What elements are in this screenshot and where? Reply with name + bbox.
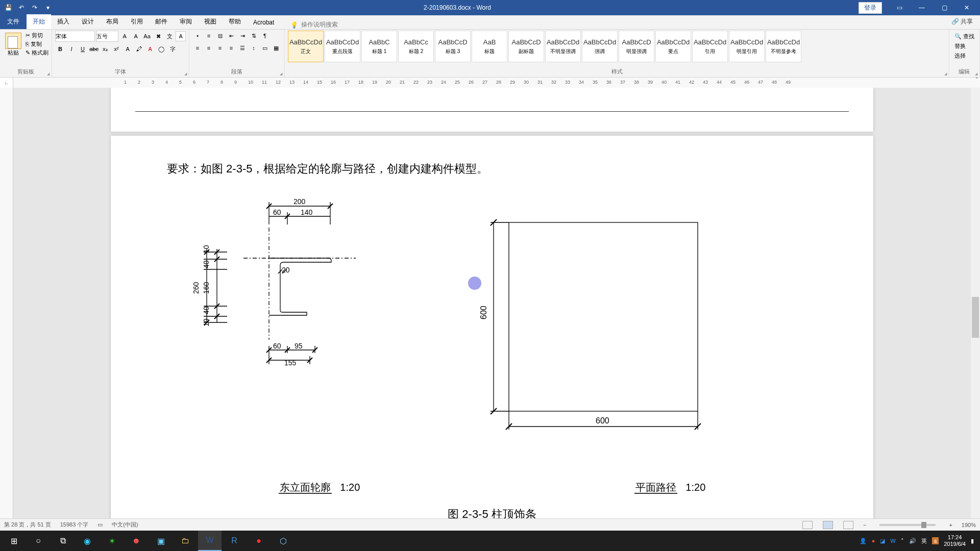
- start-button[interactable]: ⊞: [2, 531, 26, 551]
- cut-button[interactable]: ✂ 剪切: [26, 32, 48, 39]
- numbering-button[interactable]: ≡: [204, 31, 214, 41]
- scrollbar-thumb[interactable]: [972, 297, 979, 338]
- tray-icon-3[interactable]: W: [890, 538, 895, 544]
- zoom-level[interactable]: 190%: [962, 522, 976, 528]
- taskbar-app-6[interactable]: R: [223, 531, 246, 551]
- style-标题3[interactable]: AaBbCcD标题 3: [435, 31, 471, 62]
- tab-review[interactable]: 审阅: [174, 14, 198, 29]
- distributed-button[interactable]: ☰: [237, 43, 248, 53]
- spellcheck-icon[interactable]: ▭: [97, 521, 103, 528]
- document-area[interactable]: 要求：如图 2-3-5，根据给定的轮廓与路径，创建内建构件模型。: [13, 88, 971, 539]
- tab-file[interactable]: 文件: [0, 14, 27, 29]
- taskbar-app-1[interactable]: ◉: [76, 531, 99, 551]
- shrink-font-button[interactable]: A: [131, 31, 141, 41]
- tray-ime-icon[interactable]: s: [932, 537, 939, 544]
- strike-button[interactable]: abc: [89, 44, 99, 54]
- justify-button[interactable]: ≡: [226, 43, 236, 53]
- zoom-in-button[interactable]: +: [949, 522, 952, 528]
- minimize-button[interactable]: —: [912, 1, 932, 15]
- select-button[interactable]: 选择: [954, 52, 974, 60]
- circle-char-button[interactable]: ◯: [156, 44, 166, 54]
- change-case-button[interactable]: Aa: [142, 31, 152, 41]
- multilevel-button[interactable]: ⊟: [215, 31, 225, 41]
- tab-help[interactable]: 帮助: [223, 14, 247, 29]
- shading-button[interactable]: ▭: [260, 43, 270, 53]
- format-painter-button[interactable]: ✎ 格式刷: [26, 49, 48, 57]
- print-layout-button[interactable]: [823, 521, 833, 529]
- enclose-char-button[interactable]: 字: [167, 44, 178, 54]
- style-标题[interactable]: AaB标题: [472, 31, 507, 62]
- align-left-button[interactable]: ≡: [192, 43, 203, 53]
- text-effects-button[interactable]: A: [122, 44, 133, 54]
- taskbar-app-8[interactable]: ⬡: [272, 531, 295, 551]
- share-button[interactable]: 🔗 共享: [944, 14, 980, 29]
- style-强调[interactable]: AaBbCcDd强调: [582, 31, 618, 62]
- font-size-select[interactable]: [96, 31, 118, 42]
- tab-home[interactable]: 开始: [27, 14, 51, 29]
- zoom-out-button[interactable]: −: [863, 522, 866, 528]
- align-center-button[interactable]: ≡: [204, 43, 214, 53]
- ruler-corner[interactable]: ∟: [0, 78, 13, 88]
- read-mode-button[interactable]: [802, 521, 813, 529]
- phonetic-button[interactable]: 文: [164, 31, 175, 41]
- grow-font-button[interactable]: A: [119, 31, 130, 41]
- find-button[interactable]: 🔍 查找: [954, 33, 974, 40]
- undo-icon[interactable]: ↶: [17, 4, 26, 12]
- style-标题1[interactable]: AaBbC标题 1: [361, 31, 397, 62]
- tab-layout[interactable]: 布局: [100, 14, 125, 29]
- taskbar-app-3[interactable]: ☻: [125, 531, 148, 551]
- style-重点段落[interactable]: AaBbCcDd重点段落: [325, 31, 360, 62]
- underline-button[interactable]: U: [78, 44, 88, 54]
- taskview-icon[interactable]: ⧉: [51, 531, 75, 551]
- tray-people-icon[interactable]: 👤: [860, 538, 867, 544]
- taskbar-word[interactable]: W: [198, 531, 222, 551]
- collapse-ribbon-icon[interactable]: ˄: [975, 77, 978, 82]
- tray-chevron-icon[interactable]: ˄: [901, 538, 904, 544]
- style-明显引用[interactable]: AaBbCcDd明显引用: [729, 31, 765, 62]
- paste-button[interactable]: 粘贴: [3, 31, 23, 59]
- taskbar-app-2[interactable]: ✶: [100, 531, 124, 551]
- login-button[interactable]: 登录: [859, 2, 882, 14]
- tray-ime-lang[interactable]: 英: [921, 537, 927, 545]
- clear-format-button[interactable]: ✖: [153, 31, 163, 41]
- highlight-button[interactable]: 🖍: [134, 44, 144, 54]
- cortana-icon[interactable]: ○: [27, 531, 50, 551]
- font-color-button[interactable]: A: [145, 44, 155, 54]
- tray-icon-2[interactable]: ◪: [880, 538, 885, 544]
- redo-icon[interactable]: ↷: [31, 4, 39, 12]
- style-标题2[interactable]: AaBbCc标题 2: [398, 31, 434, 62]
- language-indicator[interactable]: 中文(中国): [112, 521, 138, 529]
- char-border-button[interactable]: A: [176, 31, 186, 41]
- word-count[interactable]: 15983 个字: [60, 521, 89, 529]
- taskbar-record[interactable]: ●: [247, 531, 271, 551]
- save-icon[interactable]: 💾: [4, 4, 12, 12]
- tab-mail[interactable]: 邮件: [149, 14, 174, 29]
- styles-gallery[interactable]: AaBbCcDd正文AaBbCcDd重点段落AaBbC标题 1AaBbCc标题 …: [288, 31, 801, 62]
- taskbar-app-4[interactable]: ▣: [149, 531, 173, 551]
- sort-button[interactable]: ⇅: [249, 31, 259, 41]
- web-layout-button[interactable]: [843, 521, 853, 529]
- subscript-button[interactable]: x₂: [100, 44, 110, 54]
- outdent-button[interactable]: ⇤: [226, 31, 236, 41]
- tray-volume-icon[interactable]: 🔊: [909, 538, 916, 544]
- taskbar-explorer[interactable]: 🗀: [174, 531, 197, 551]
- tell-me-search[interactable]: 操作说明搜索: [290, 20, 338, 29]
- style-副标题[interactable]: AaBbCcD副标题: [508, 31, 544, 62]
- bold-button[interactable]: B: [55, 44, 65, 54]
- italic-button[interactable]: I: [66, 44, 77, 54]
- tab-design[interactable]: 设计: [76, 14, 100, 29]
- close-button[interactable]: ✕: [957, 1, 977, 15]
- replace-button[interactable]: 替换: [954, 42, 974, 50]
- tray-clock[interactable]: 17:24 2019/6/4: [944, 534, 966, 547]
- copy-button[interactable]: ⎘ 复制: [26, 40, 48, 48]
- style-引用[interactable]: AaBbCcDd引用: [692, 31, 728, 62]
- tray-icon-1[interactable]: ●: [872, 538, 875, 544]
- line-spacing-button[interactable]: ↕: [249, 43, 259, 53]
- tab-view[interactable]: 视图: [198, 14, 223, 29]
- qat-customize-icon[interactable]: ▾: [44, 4, 52, 12]
- borders-button[interactable]: ▦: [271, 43, 281, 53]
- page-indicator[interactable]: 第 28 页，共 51 页: [4, 521, 51, 529]
- style-不明显强调[interactable]: AaBbCcDd不明显强调: [545, 31, 581, 62]
- showhide-button[interactable]: ¶: [260, 31, 270, 41]
- bullets-button[interactable]: •: [192, 31, 203, 41]
